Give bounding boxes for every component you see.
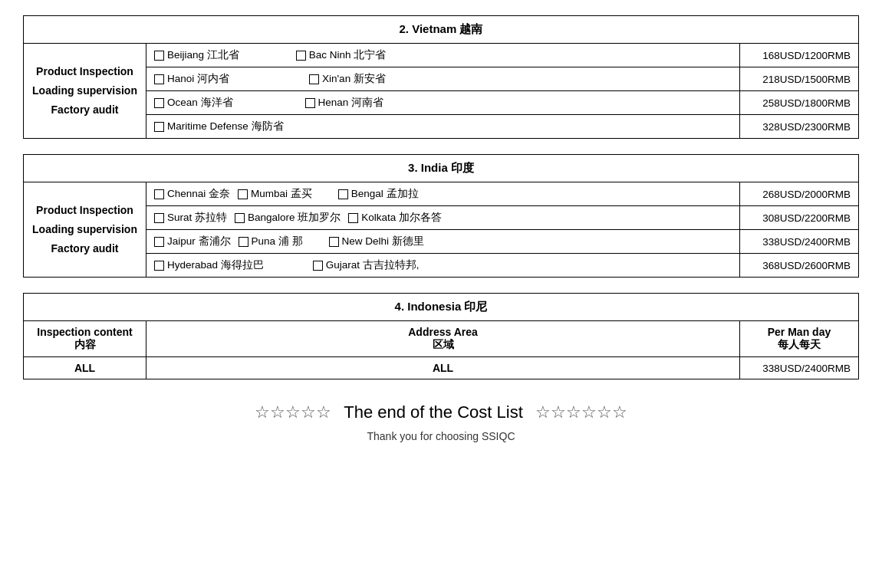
checkbox-icon[interactable] [154, 98, 164, 108]
footer-thank-you: Thank you for choosing SSIQC [23, 430, 859, 442]
address-label: Mumbai 孟买 [251, 187, 312, 201]
india-price-1: 268USD/2000RMB [740, 182, 859, 206]
vietnam-label: Product InspectionLoading supervisionFac… [24, 44, 146, 139]
india-title: 3. India 印度 [24, 155, 859, 182]
vietnam-row-2-addresses: Hanoi 河内省 Xin'an 新安省 [146, 67, 740, 91]
address-label: Xin'an 新安省 [322, 72, 386, 86]
checkbox-icon[interactable] [154, 237, 164, 247]
checkbox-icon[interactable] [235, 213, 245, 223]
vietnam-price-2: 218USD/1500RMB [740, 67, 859, 91]
vietnam-row-4-addresses: Maritime Defense 海防省 [146, 115, 740, 139]
checkbox-icon[interactable] [154, 74, 164, 84]
footer-main-text: The end of the Cost List [344, 402, 523, 422]
footer-stars1: ☆☆☆☆☆ [255, 402, 331, 422]
checkbox-icon[interactable] [296, 51, 306, 61]
india-price-4: 368USD/2600RMB [740, 254, 859, 278]
indonesia-area-all: ALL [146, 357, 740, 379]
address-label: Henan 河南省 [318, 96, 384, 110]
checkbox-icon[interactable] [313, 261, 323, 271]
address-label: Hyderabad 海得拉巴 [167, 258, 264, 272]
footer-stars-line: ☆☆☆☆☆ The end of the Cost List ☆☆☆☆☆☆ [23, 402, 859, 422]
checkbox-icon[interactable] [154, 189, 164, 199]
vietnam-row-1-addresses: Beijiang 江北省 Bac Ninh 北宁省 [146, 44, 740, 67]
footer: ☆☆☆☆☆ The end of the Cost List ☆☆☆☆☆☆ Th… [23, 402, 859, 442]
vietnam-row-3-addresses: Ocean 海洋省 Henan 河南省 [146, 91, 740, 115]
indonesia-price-1: 338USD/2400RMB [740, 357, 859, 379]
address-label: Bengal 孟加拉 [351, 187, 419, 201]
indonesia-title: 4. Indonesia 印尼 [24, 294, 859, 321]
vietnam-price-3: 258USD/1800RMB [740, 91, 859, 115]
address-label: Gujarat 古吉拉特邦, [326, 258, 420, 272]
checkbox-icon[interactable] [239, 237, 248, 247]
india-label: Product InspectionLoading supervisionFac… [24, 182, 146, 278]
india-price-2: 308USD/2200RMB [740, 206, 859, 230]
indonesia-table: 4. Indonesia 印尼 Inspection content 内容 Ad… [23, 293, 859, 379]
vietnam-title: 2. Vietnam 越南 [24, 16, 859, 44]
indonesia-col3-header: Per Man day 每人每天 [740, 321, 859, 357]
indonesia-col2-header: Address Area 区域 [146, 321, 740, 357]
india-row-3-addresses: Jaipur 斋浦尔 Puna 浦 那 New Delhi 新德里 [146, 230, 740, 254]
vietnam-price-4: 328USD/2300RMB [740, 115, 859, 139]
india-row-2-addresses: Surat 苏拉特 Bangalore 班加罗尔 Kolkata 加尔各答 [146, 206, 740, 230]
vietnam-table: 2. Vietnam 越南 Product InspectionLoading … [23, 15, 859, 139]
address-label: Chennai 金奈 [167, 187, 230, 201]
address-label: New Delhi 新德里 [342, 235, 424, 248]
checkbox-icon[interactable] [309, 74, 319, 84]
checkbox-icon[interactable] [348, 213, 358, 223]
address-label: Ocean 海洋省 [167, 96, 233, 110]
india-row-1-addresses: Chennai 金奈 Mumbai 孟买 Bengal 孟加拉 [146, 182, 740, 206]
checkbox-icon[interactable] [238, 189, 248, 199]
checkbox-icon[interactable] [305, 98, 315, 108]
checkbox-icon[interactable] [154, 51, 164, 61]
indonesia-content-all: ALL [24, 357, 146, 379]
checkbox-icon[interactable] [338, 189, 348, 199]
address-label: Hanoi 河内省 [167, 72, 229, 86]
address-label: Beijiang 江北省 [167, 48, 239, 62]
india-price-3: 338USD/2400RMB [740, 230, 859, 254]
address-label: Bac Ninh 北宁省 [309, 48, 387, 62]
address-label: Jaipur 斋浦尔 [167, 235, 231, 248]
address-label: Maritime Defense 海防省 [167, 120, 284, 133]
india-row-4-addresses: Hyderabad 海得拉巴 Gujarat 古吉拉特邦, [146, 254, 740, 278]
address-label: Kolkata 加尔各答 [361, 211, 442, 225]
indonesia-col1-header: Inspection content 内容 [24, 321, 146, 357]
india-table: 3. India 印度 Product InspectionLoading su… [23, 154, 859, 278]
address-label: Bangalore 班加罗尔 [248, 211, 341, 225]
checkbox-icon[interactable] [154, 213, 164, 223]
address-label: Surat 苏拉特 [167, 211, 227, 225]
footer-stars2: ☆☆☆☆☆☆ [535, 402, 627, 422]
checkbox-icon[interactable] [154, 122, 164, 132]
address-label: Puna 浦 那 [252, 235, 303, 248]
vietnam-price-1: 168USD/1200RMB [740, 44, 859, 67]
checkbox-icon[interactable] [154, 261, 164, 271]
checkbox-icon[interactable] [329, 237, 339, 247]
